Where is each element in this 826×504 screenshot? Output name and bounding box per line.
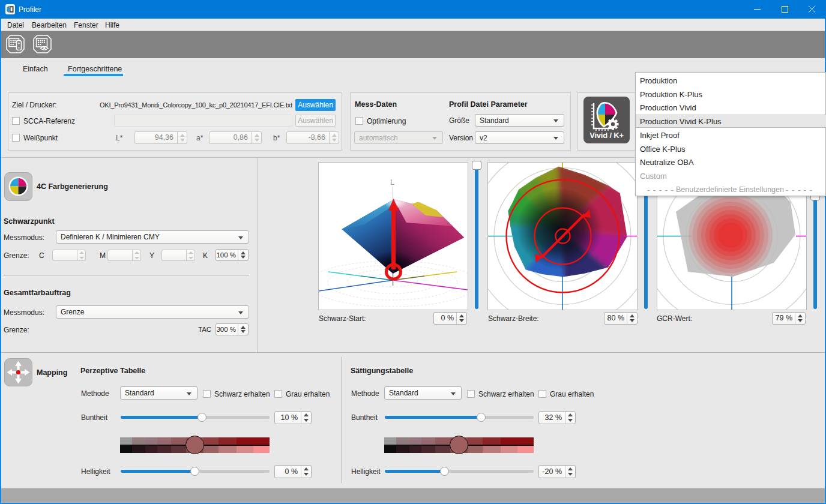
svg-text:L: L [390, 178, 394, 187]
